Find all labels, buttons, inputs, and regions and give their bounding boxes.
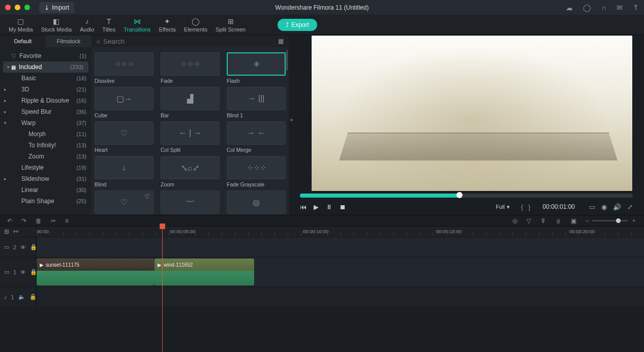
- app-title: Wondershare Filmora 11 (Untitled): [275, 4, 369, 11]
- transition-zoom[interactable]: ⤡⌕⤢Zoom: [161, 156, 220, 187]
- mute-icon[interactable]: 🔈: [18, 294, 25, 300]
- mark-out-button[interactable]: }: [528, 203, 530, 211]
- transition-fade-grayscale[interactable]: ⁘⁘⁘Fade Grayscale: [227, 156, 286, 187]
- stop-button[interactable]: ⏹: [340, 203, 346, 211]
- snapshot-icon[interactable]: ◉: [601, 203, 607, 211]
- visibility-icon[interactable]: 👁: [20, 269, 26, 275]
- headset-icon[interactable]: ∩: [601, 4, 606, 12]
- category-included[interactable]: ▾▦Included(233): [3, 61, 88, 73]
- scrollbar[interactable]: [286, 50, 288, 71]
- tab-my-media[interactable]: ▢My Media: [5, 15, 37, 35]
- fullscreen-icon[interactable]: ⤢: [627, 203, 633, 211]
- mic-icon[interactable]: 🎙: [540, 217, 546, 225]
- tab-effects[interactable]: ✦Effects: [155, 15, 180, 35]
- maximize-window[interactable]: [24, 5, 30, 10]
- tab-titles[interactable]: TTitles: [98, 15, 119, 35]
- tab-split-screen[interactable]: ⊞Split Screen: [211, 15, 250, 35]
- search-input[interactable]: [103, 38, 275, 45]
- tab-elements[interactable]: ◯Elements: [180, 15, 211, 35]
- minimize-window[interactable]: [15, 5, 20, 10]
- zoom-in-button[interactable]: ＋: [631, 216, 637, 225]
- close-window[interactable]: [5, 5, 11, 10]
- lock-icon[interactable]: 🔒: [29, 294, 37, 300]
- play-button[interactable]: ▶: [314, 203, 319, 211]
- ruler-minor-tick: [565, 233, 566, 236]
- pause-button[interactable]: ⏸: [326, 203, 332, 211]
- export-button[interactable]: ⤴ Export: [278, 19, 317, 31]
- mail-icon[interactable]: ✉: [617, 4, 623, 12]
- playhead[interactable]: [162, 227, 163, 352]
- transition-cube[interactable]: ▢→Cube: [95, 87, 154, 118]
- tab-stock-media[interactable]: ◧Stock Media: [37, 15, 76, 35]
- time-ruler[interactable]: 00:0000:00:05:0000:00:10:0000:00:15:0000…: [37, 227, 644, 237]
- clip-sunset-111175[interactable]: ▶sunset-111175: [37, 259, 155, 285]
- category-linear[interactable]: Linear(30): [0, 184, 91, 196]
- transition-flash[interactable]: ✳Flash: [227, 52, 286, 84]
- category-ripple-dissolve[interactable]: ▸Ripple & Dissolve(16): [0, 95, 91, 106]
- clip-wind-111652[interactable]: ▶wind-111652: [155, 259, 254, 285]
- volume-icon[interactable]: 🔊: [613, 203, 621, 211]
- link-icon[interactable]: ⚯: [13, 228, 18, 235]
- ruler-tick: 00:00:10:00: [303, 229, 328, 234]
- prev-frame-button[interactable]: ⏮: [300, 203, 306, 211]
- tab-transitions[interactable]: ⋈Transitions: [119, 15, 155, 35]
- track-lane-v2[interactable]: [37, 237, 644, 257]
- transition-bar[interactable]: ▟Bar: [161, 87, 220, 118]
- category-warp[interactable]: ▾Warp(37): [0, 117, 91, 129]
- transition-heart[interactable]: ♡Heart: [95, 121, 154, 153]
- scrub-knob[interactable]: [456, 192, 463, 198]
- display-icon[interactable]: ▭: [589, 203, 595, 211]
- account-icon[interactable]: ◯: [583, 4, 591, 12]
- crop-icon[interactable]: ▣: [571, 217, 576, 225]
- category-speed-blur[interactable]: ▸Speed Blur(36): [0, 106, 91, 117]
- transition-item-13[interactable]: 〰: [161, 190, 220, 215]
- category-to-infinity-[interactable]: To Infinity!(13): [0, 140, 91, 151]
- track-lane-v1[interactable]: ▶sunset-111175▶wind-111652: [37, 258, 644, 286]
- category-morph[interactable]: Morph(11): [0, 129, 91, 140]
- transition-dissolve[interactable]: ⁘⁘⁘Dissolve: [95, 52, 154, 84]
- quality-select[interactable]: Full ▾: [493, 203, 513, 211]
- category-zoom[interactable]: Zoom(13): [0, 151, 91, 162]
- track-lane-a1[interactable]: [37, 287, 644, 307]
- color-icon[interactable]: ◎: [512, 217, 517, 225]
- track-type-icon: ▭: [4, 244, 9, 250]
- preview-scrubber[interactable]: [300, 194, 633, 198]
- category-count: (31): [76, 176, 86, 182]
- tab-audio[interactable]: ♪Audio: [76, 15, 98, 35]
- preview-viewport[interactable]: [311, 35, 633, 191]
- undo-button[interactable]: ↶: [7, 217, 12, 225]
- transition-item-12[interactable]: ♡♡: [95, 190, 154, 215]
- category-favorite[interactable]: ♡Favorite(1): [0, 50, 91, 61]
- sidebar-tab-default[interactable]: Default: [0, 35, 46, 47]
- cloud-icon[interactable]: ☁: [566, 4, 573, 12]
- marker-icon[interactable]: ▽: [527, 217, 531, 225]
- mark-in-button[interactable]: {: [521, 203, 523, 211]
- favorite-icon[interactable]: ♡: [144, 193, 150, 200]
- transition-item-14[interactable]: ◎: [227, 190, 286, 215]
- category-lifestyle[interactable]: Lifestyle(19): [0, 162, 91, 173]
- mixer-icon[interactable]: ⫼: [556, 217, 562, 225]
- category-slideshow[interactable]: ▸Slideshow(31): [0, 173, 91, 184]
- transition-col-split[interactable]: ← | →Col Split: [161, 121, 220, 153]
- import-button[interactable]: ⤓ Import: [39, 2, 74, 13]
- magnet-icon[interactable]: ⊞: [4, 228, 9, 235]
- transition-blind[interactable]: ↓Blind: [95, 156, 154, 187]
- transition-blind-1[interactable]: → |||Blind 1: [227, 87, 286, 118]
- transition-col-merge[interactable]: → ←Col Merge: [227, 121, 286, 153]
- zoom-knob[interactable]: [616, 218, 621, 223]
- grid-view-icon[interactable]: ▦: [278, 38, 284, 45]
- category-plain-shape[interactable]: Plain Shape(25): [0, 196, 91, 207]
- category-3d[interactable]: ▸3D(21): [0, 84, 91, 95]
- collapse-handle[interactable]: ◂: [290, 116, 293, 123]
- visibility-icon[interactable]: 👁: [20, 244, 26, 250]
- zoom-slider[interactable]: [592, 220, 628, 221]
- sidebar-tab-filmstock[interactable]: Filmstock: [46, 35, 91, 47]
- category-basic[interactable]: Basic(18): [0, 73, 91, 84]
- zoom-out-button[interactable]: −: [586, 217, 589, 225]
- delete-button[interactable]: 🗑: [36, 217, 42, 225]
- notify-icon[interactable]: ⤒: [633, 4, 639, 12]
- split-button[interactable]: ✂: [51, 217, 56, 225]
- transition-fade[interactable]: ⁘⁘⁘Fade: [161, 52, 220, 84]
- more-button[interactable]: ≡: [65, 217, 69, 225]
- redo-button[interactable]: ↷: [21, 217, 26, 225]
